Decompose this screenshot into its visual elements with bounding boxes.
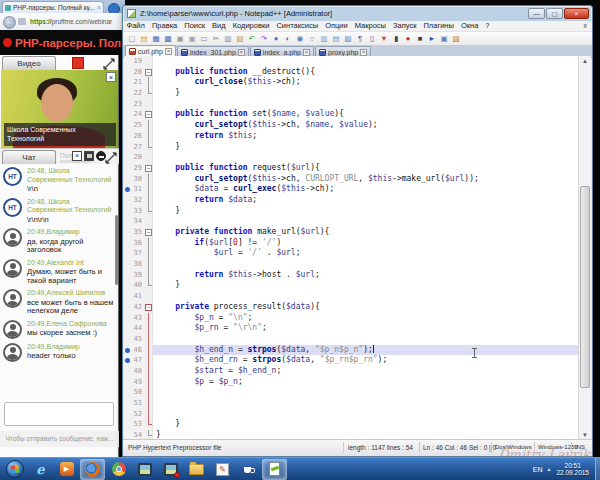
code-line[interactable]: 27 } bbox=[124, 142, 578, 153]
code-text[interactable]: $data = curl_exec($this->ch); bbox=[153, 184, 578, 195]
show-all-chars-icon[interactable]: ¶ bbox=[355, 34, 365, 44]
menu-item[interactable]: Кодировки bbox=[229, 21, 273, 31]
replace-icon[interactable]: ◐ bbox=[283, 34, 293, 44]
java-icon[interactable] bbox=[236, 459, 261, 480]
code-line[interactable]: 40 } bbox=[124, 280, 578, 291]
menu-item[interactable]: Поиск bbox=[181, 21, 209, 31]
code-line[interactable]: 53 } bbox=[124, 419, 578, 430]
chrome-icon[interactable] bbox=[106, 459, 131, 480]
cut-icon[interactable]: ✂ bbox=[211, 34, 221, 44]
close-box-icon[interactable]: × bbox=[72, 151, 82, 161]
indent-guide-icon[interactable]: ▯ bbox=[367, 34, 377, 44]
fold-margin[interactable] bbox=[144, 174, 153, 185]
code-text[interactable] bbox=[153, 259, 578, 270]
fold-margin[interactable] bbox=[144, 419, 153, 430]
code-line[interactable]: 26 return $this; bbox=[124, 131, 578, 142]
function-list-icon[interactable]: ▼ bbox=[379, 34, 389, 44]
code-text[interactable]: return $data; bbox=[153, 195, 578, 206]
close-tab-icon[interactable]: × bbox=[303, 49, 310, 56]
show-desktop-button[interactable] bbox=[595, 458, 600, 480]
menu-item[interactable]: Вид bbox=[209, 21, 230, 31]
code-text[interactable] bbox=[153, 291, 578, 302]
close-button[interactable]: × bbox=[564, 8, 589, 19]
explorer-icon[interactable] bbox=[184, 459, 209, 480]
firefox-icon[interactable] bbox=[80, 459, 105, 480]
word-wrap-icon[interactable]: ▧ bbox=[343, 34, 353, 44]
menu-item[interactable]: Плагины bbox=[420, 21, 457, 31]
fold-margin[interactable] bbox=[144, 334, 153, 345]
close-tab-icon[interactable]: × bbox=[165, 48, 172, 55]
zoom-out-icon[interactable]: ○ bbox=[307, 34, 317, 44]
record-macro-icon[interactable]: ● bbox=[403, 34, 413, 44]
code-line[interactable]: 28 bbox=[124, 152, 578, 163]
scrollbar-thumb[interactable] bbox=[580, 186, 590, 388]
chat-message-input[interactable] bbox=[4, 402, 114, 426]
code-text[interactable] bbox=[153, 152, 578, 163]
bookmark-icon[interactable] bbox=[125, 187, 130, 192]
copy-icon[interactable]: ▥ bbox=[223, 34, 233, 44]
editor-scrollbar[interactable]: ▲ ▼ bbox=[578, 56, 591, 440]
zoom-in-icon[interactable]: ◉ bbox=[295, 34, 305, 44]
code-line[interactable]: 25 curl_setopt($this->ch, $name, $value)… bbox=[124, 120, 578, 131]
code-text[interactable]: $p_rn = "\r\n"; bbox=[153, 323, 578, 334]
code-text[interactable]: $h_end_rn = strpos($data, "$p_rn$p_rn"); bbox=[153, 355, 578, 366]
language-indicator[interactable]: EN bbox=[533, 466, 543, 473]
code-text[interactable]: public function request($url){ bbox=[153, 163, 578, 174]
code-text[interactable] bbox=[153, 387, 578, 398]
code-text[interactable]: } bbox=[153, 88, 578, 99]
save-icon[interactable]: ▦ bbox=[151, 34, 161, 44]
fold-margin[interactable] bbox=[144, 238, 153, 249]
media-player-icon[interactable]: ▶ bbox=[54, 459, 79, 480]
code-line[interactable]: 43 $p_n = "\n"; bbox=[124, 313, 578, 324]
code-line[interactable]: 21 curl_close($this->ch); bbox=[124, 77, 578, 88]
menu-item[interactable]: Опции bbox=[322, 21, 352, 31]
ie-icon[interactable]: e bbox=[28, 459, 53, 480]
code-line[interactable]: 37 $url = '/' . $url; bbox=[124, 248, 578, 259]
tab-video[interactable]: Видео bbox=[2, 56, 56, 70]
code-line[interactable]: 30 curl_setopt($this->ch, CURLOPT_URL, $… bbox=[124, 174, 578, 185]
bookmark-icon[interactable] bbox=[125, 358, 130, 363]
code-line[interactable]: 52 bbox=[124, 409, 578, 420]
close-tab-icon[interactable]: × bbox=[360, 49, 367, 56]
code-text[interactable] bbox=[153, 409, 578, 420]
maximize-button[interactable]: ▢ bbox=[546, 8, 563, 19]
code-line[interactable]: 35– private function make_url($url){ bbox=[124, 227, 578, 238]
apps-icon[interactable] bbox=[18, 18, 26, 25]
new-file-icon[interactable]: ▢ bbox=[127, 34, 137, 44]
code-line[interactable]: 41 bbox=[124, 291, 578, 302]
open-folder-icon[interactable]: ▤ bbox=[139, 34, 149, 44]
fold-margin[interactable] bbox=[144, 270, 153, 281]
scroll-up-icon[interactable]: ▲ bbox=[579, 56, 591, 66]
clock[interactable]: 20:51 22.09.2015 bbox=[556, 462, 589, 477]
fold-margin[interactable] bbox=[144, 131, 153, 142]
fold-margin[interactable] bbox=[144, 77, 153, 88]
code-line[interactable]: 29– public function request($url){ bbox=[124, 163, 578, 174]
menu-item[interactable]: Правка bbox=[148, 21, 180, 31]
minimize-button[interactable]: — bbox=[528, 8, 545, 19]
back-button[interactable]: ← bbox=[3, 16, 16, 29]
code-text[interactable]: $h_end_n = strpos($data, "$p_n$p_n"); bbox=[153, 345, 578, 356]
fold-margin[interactable] bbox=[144, 259, 153, 270]
fold-margin[interactable] bbox=[144, 398, 153, 409]
fold-margin[interactable] bbox=[144, 120, 153, 131]
fold-margin[interactable] bbox=[144, 291, 153, 302]
image-editor-icon[interactable] bbox=[158, 459, 183, 480]
expand-video-icon[interactable] bbox=[103, 56, 115, 68]
address-bar[interactable]: https://pruffme.com/webinar bbox=[30, 18, 112, 25]
code-text[interactable]: } bbox=[153, 206, 578, 217]
code-line[interactable]: 24– public function set($name, $value){ bbox=[124, 109, 578, 120]
photo-viewer-icon[interactable] bbox=[132, 459, 157, 480]
code-text[interactable] bbox=[153, 56, 578, 67]
sync-scroll-v-icon[interactable]: ▥ bbox=[319, 34, 329, 44]
code-line[interactable]: 50 bbox=[124, 387, 578, 398]
fold-margin[interactable]: – bbox=[144, 67, 153, 78]
fold-margin[interactable] bbox=[144, 152, 153, 163]
tray-expand-icon[interactable]: ▲ bbox=[547, 466, 552, 472]
fold-margin[interactable] bbox=[144, 206, 153, 217]
code-text[interactable]: $p = $p_n; bbox=[153, 377, 578, 388]
fold-margin[interactable] bbox=[144, 142, 153, 153]
fold-margin[interactable]: – bbox=[144, 227, 153, 238]
notepad-plus-plus-icon[interactable] bbox=[262, 459, 287, 480]
fold-margin[interactable] bbox=[144, 195, 153, 206]
code-line[interactable]: 44 $p_rn = "\r\n"; bbox=[124, 323, 578, 334]
